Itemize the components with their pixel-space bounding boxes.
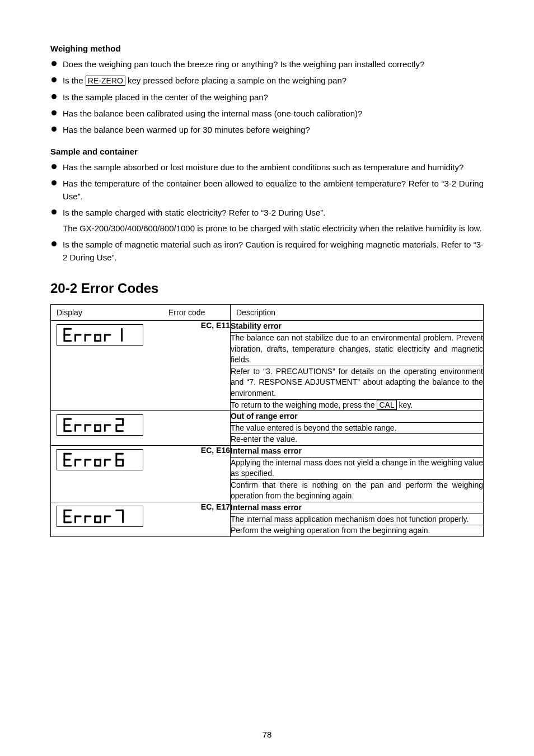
error-codes-table: Display Error code Description [50,304,484,536]
list-sub-text: The GX-200/300/400/600/800/1000 is prone… [50,222,484,235]
weighing-method-list: Does the weighing pan touch the breeze r… [50,58,484,137]
text: key. [397,400,413,409]
error-desc: The value entered is beyond the settable… [231,422,484,434]
cal-key-label: CAL [377,400,396,410]
error-6-display [57,449,143,470]
error-title: Out of range error [231,412,298,421]
list-item: Has the temperature of the container bee… [50,177,484,203]
error-desc: Re-enter the value. [231,434,484,446]
error-code: EC, E17 [163,502,231,514]
col-code: Error code [163,305,231,321]
page-number: 78 [0,730,534,739]
col-display: Display [51,305,163,321]
rezero-key-label: RE-ZERO [86,76,125,86]
list-item: Has the sample absorbed or lost moisture… [50,161,484,174]
list-item: Is the RE-ZERO key pressed before placin… [50,74,484,87]
list-item: Is the sample charged with static electr… [50,206,484,219]
error-codes-title: 20-2 Error Codes [50,281,484,296]
text: key pressed before placing a sample on t… [125,76,346,85]
sample-container-list: Has the sample absorbed or lost moisture… [50,161,484,220]
error-2-display [57,414,143,436]
error-title: Stability error [231,321,282,330]
error-title: Internal mass error [231,503,302,512]
weighing-method-heading: Weighing method [50,44,484,53]
error-desc: Confirm that there is nothing on the pan… [231,479,484,502]
error-desc: Perform the weighing operation from the … [231,525,484,537]
error-title: Internal mass error [231,446,302,455]
text: Is the [63,76,86,85]
list-item: Is the sample of magnetic material such … [50,238,484,264]
error-code [163,411,231,423]
col-desc: Description [231,305,484,321]
sample-container-heading: Sample and container [50,147,484,156]
error-desc: To return to the weighing mode, press th… [231,399,484,411]
error-desc: Applying the internal mass does not yiel… [231,457,484,479]
error-desc: The internal mass application mechanism … [231,514,484,525]
error-code: EC, E11 [163,321,231,333]
error-desc: Refer to “3. PRECAUTIONS” for details on… [231,366,484,399]
list-item: Has the balance been calibrated using th… [50,107,484,120]
error-code: EC, E16 [163,445,231,457]
error-7-display [57,506,143,527]
list-item: Does the weighing pan touch the breeze r… [50,58,484,71]
list-item: Has the balance been warmed up for 30 mi… [50,123,484,136]
text: To return to the weighing mode, press th… [231,400,377,409]
sample-container-list-2: Is the sample of magnetic material such … [50,238,484,264]
list-item: Is the sample placed in the center of th… [50,91,484,104]
error-desc: The balance can not stabilize due to an … [231,333,484,366]
error-1-display [57,324,143,346]
